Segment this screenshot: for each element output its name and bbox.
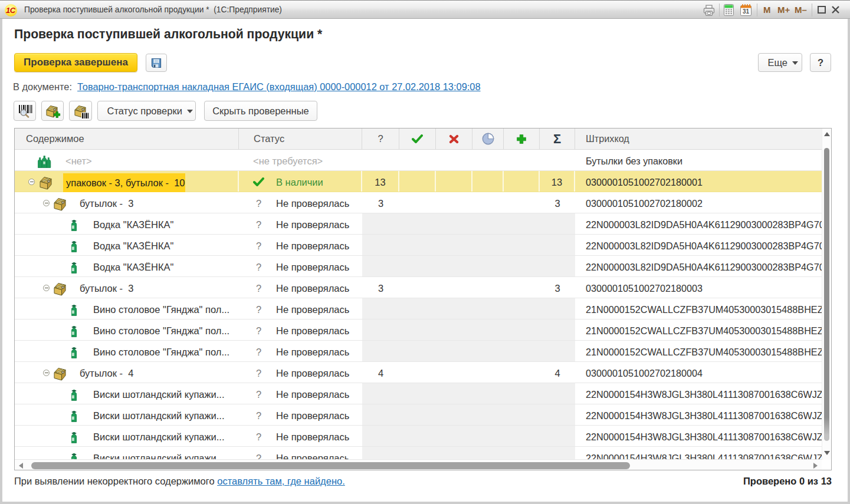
svg-text:31: 31	[743, 8, 750, 15]
